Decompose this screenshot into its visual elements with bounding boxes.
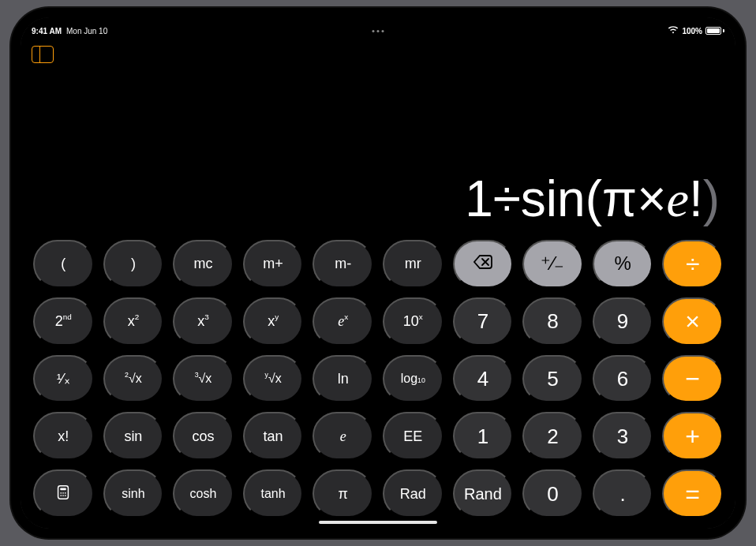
svg-rect-1 [61,488,66,491]
reciprocal-button[interactable]: ¹∕ₓ [33,355,94,403]
x-cubed-button[interactable]: x3 [173,297,234,346]
memory-clear-button[interactable]: mc [173,240,234,288]
equals-button[interactable]: = [662,469,723,518]
tanh-button[interactable]: tanh [243,469,304,518]
wifi-icon [668,26,679,36]
digit-8-button[interactable]: 8 [522,297,583,346]
status-time: 9:41 AM [32,27,62,36]
right-paren-button[interactable]: ) [103,240,164,288]
memory-add-button[interactable]: m+ [243,240,304,288]
keypad: ( ) mc m+ m- mr ⁺∕₋ % ÷ 2nd x2 x3 xy ex … [32,237,724,521]
x-power-y-button[interactable]: xy [243,297,304,346]
cos-button[interactable]: cos [173,412,234,460]
svg-point-6 [62,495,64,496]
home-indicator[interactable] [319,521,437,524]
calculator-mode-toggle-icon[interactable] [32,46,54,63]
svg-point-4 [65,492,66,494]
tan-button[interactable]: tan [243,412,304,460]
euler-e-button[interactable]: e [313,412,373,460]
minus-button[interactable]: − [662,355,723,403]
sin-button[interactable]: sin [103,412,164,460]
battery-percent: 100% [682,27,702,36]
svg-point-5 [61,495,62,496]
digit-0-button[interactable]: 0 [522,469,583,518]
e-power-x-button[interactable]: ex [313,297,373,346]
plus-minus-button[interactable]: ⁺∕₋ [522,240,583,288]
multiply-button[interactable]: × [662,297,723,346]
digit-7-button[interactable]: 7 [453,297,514,346]
calculator-app-screen: 9:41 AM Mon Jun 10 100% [21,17,735,529]
digit-1-button[interactable]: 1 [453,412,514,460]
status-right: 100% [668,26,724,36]
cube-root-button[interactable]: 3√x [173,355,234,403]
sinh-button[interactable]: sinh [103,469,164,518]
decimal-point-button[interactable]: . [593,469,653,518]
multitasking-dots-icon[interactable] [372,30,384,32]
status-date: Mon Jun 10 [66,27,107,36]
factorial-button[interactable]: x! [33,412,94,460]
second-function-button[interactable]: 2nd [33,297,94,346]
rand-button[interactable]: Rand [453,469,514,518]
square-root-button[interactable]: 2√x [103,355,164,403]
calculator-display[interactable]: 1÷sin(π×e!) [32,63,724,237]
calculator-icon [54,484,72,503]
status-left: 9:41 AM Mon Jun 10 [32,27,107,36]
log-base-10-button[interactable]: log10 [383,355,443,403]
ipad-device-frame: 9:41 AM Mon Jun 10 100% [11,8,745,538]
digit-5-button[interactable]: 5 [522,355,583,403]
memory-recall-button[interactable]: mr [383,240,443,288]
radians-button[interactable]: Rad [383,469,443,518]
ee-exponent-button[interactable]: EE [383,412,443,460]
divide-button[interactable]: ÷ [662,240,723,288]
svg-point-2 [61,492,62,494]
digit-2-button[interactable]: 2 [522,412,583,460]
svg-point-7 [65,495,66,496]
backspace-icon [473,254,493,273]
left-paren-button[interactable]: ( [33,240,94,288]
svg-point-3 [62,492,64,494]
cosh-button[interactable]: cosh [173,469,234,518]
digit-9-button[interactable]: 9 [593,297,653,346]
calculator-modes-button[interactable] [33,469,94,518]
percent-button[interactable]: % [593,240,653,288]
status-bar: 9:41 AM Mon Jun 10 100% [32,24,724,38]
backspace-button[interactable] [453,240,514,288]
pi-button[interactable]: π [313,469,373,518]
y-root-button[interactable]: y√x [243,355,304,403]
battery-icon [705,27,724,35]
digit-6-button[interactable]: 6 [593,355,653,403]
x-squared-button[interactable]: x2 [103,297,164,346]
expression: 1÷sin(π×e!) [465,170,720,229]
svg-rect-0 [58,486,69,499]
digit-3-button[interactable]: 3 [593,412,653,460]
plus-button[interactable]: + [662,412,723,460]
ten-power-x-button[interactable]: 10x [383,297,443,346]
digit-4-button[interactable]: 4 [453,355,514,403]
memory-subtract-button[interactable]: m- [313,240,373,288]
natural-log-button[interactable]: ln [313,355,373,403]
